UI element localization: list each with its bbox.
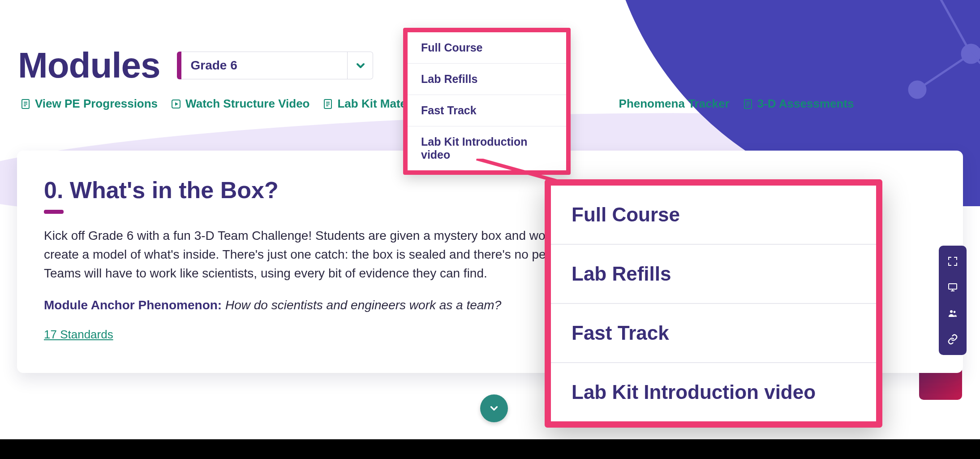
link-button[interactable] bbox=[939, 326, 967, 352]
chevron-down-icon bbox=[488, 403, 500, 414]
zoom-item-lab-refills[interactable]: Lab Refills bbox=[551, 245, 876, 304]
group-icon bbox=[947, 308, 958, 319]
present-icon bbox=[947, 282, 958, 293]
link-pe-progressions[interactable]: View PE Progressions bbox=[21, 97, 158, 111]
dropdown-item-full-course[interactable]: Full Course bbox=[408, 32, 566, 64]
floating-toolbar bbox=[939, 246, 967, 355]
lab-kit-dropdown: Full Course Lab Refills Fast Track Lab K… bbox=[403, 28, 571, 175]
svg-line-11 bbox=[917, 54, 971, 90]
fullscreen-icon bbox=[947, 256, 958, 267]
anchor-label: Module Anchor Phenomenon: bbox=[44, 298, 222, 312]
svg-point-32 bbox=[950, 310, 953, 313]
link-structure-video[interactable]: Watch Structure Video bbox=[171, 97, 309, 111]
play-icon bbox=[171, 98, 181, 110]
svg-marker-19 bbox=[175, 102, 178, 106]
link-label: View PE Progressions bbox=[35, 97, 158, 111]
svg-rect-29 bbox=[949, 284, 957, 289]
present-button[interactable] bbox=[939, 274, 967, 300]
dropdown-item-lab-refills[interactable]: Lab Refills bbox=[408, 64, 566, 95]
anchor-question: How do scientists and engineers work as … bbox=[225, 298, 501, 312]
zoom-item-lab-kit-video[interactable]: Lab Kit Introduction video bbox=[551, 363, 876, 421]
document-icon bbox=[323, 98, 333, 110]
grade-select[interactable]: Grade 6 bbox=[177, 52, 373, 79]
select-accent-bar bbox=[177, 52, 181, 79]
page-title: Modules bbox=[18, 45, 160, 86]
chevron-down-icon bbox=[347, 52, 373, 79]
dropdown-item-fast-track[interactable]: Fast Track bbox=[408, 95, 566, 126]
document-icon bbox=[743, 98, 753, 110]
link-label: Phenomena Tracker bbox=[619, 97, 730, 111]
bottom-strip bbox=[0, 439, 980, 459]
svg-line-13 bbox=[926, 0, 971, 54]
link-label: Watch Structure Video bbox=[185, 97, 309, 111]
zoom-item-full-course[interactable]: Full Course bbox=[551, 186, 876, 245]
grade-select-value: Grade 6 bbox=[181, 52, 347, 79]
link-label: 3-D Assessments bbox=[757, 97, 854, 111]
dropdown-item-lab-kit-video[interactable]: Lab Kit Introduction video bbox=[408, 126, 566, 170]
link-3d-assessments[interactable]: 3-D Assessments bbox=[743, 97, 854, 111]
module-description: Kick off Grade 6 with a fun 3-D Team Cha… bbox=[44, 226, 626, 283]
group-button[interactable] bbox=[939, 300, 967, 326]
document-icon bbox=[21, 98, 30, 110]
link-phenomena-tracker[interactable]: Phenomena Tracker bbox=[619, 97, 730, 111]
svg-point-33 bbox=[954, 311, 956, 313]
standards-link[interactable]: 17 Standards bbox=[44, 328, 113, 342]
zoom-item-fast-track[interactable]: Fast Track bbox=[551, 304, 876, 363]
expand-toggle-button[interactable] bbox=[480, 394, 508, 422]
title-underline bbox=[44, 210, 64, 214]
link-icon bbox=[947, 334, 958, 345]
fullscreen-button[interactable] bbox=[939, 248, 967, 274]
lab-kit-dropdown-zoom-callout: Full Course Lab Refills Fast Track Lab K… bbox=[545, 179, 882, 428]
